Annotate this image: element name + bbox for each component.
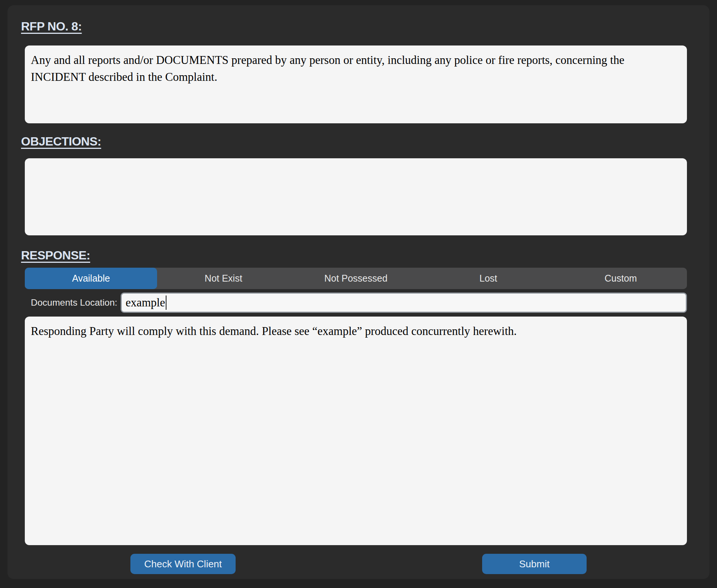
objections-textarea[interactable] bbox=[25, 158, 687, 235]
action-buttons-row: Check With Client Submit bbox=[25, 554, 687, 574]
response-textarea[interactable]: Responding Party will comply with this d… bbox=[25, 317, 687, 545]
documents-location-value: example bbox=[126, 296, 165, 309]
objections-heading: OBJECTIONS: bbox=[21, 135, 687, 149]
response-type-tabs: Available Not Exist Not Possessed Lost C… bbox=[25, 268, 687, 289]
documents-location-label: Documents Location: bbox=[25, 297, 121, 308]
response-heading: RESPONSE: bbox=[21, 249, 687, 262]
submit-button[interactable]: Submit bbox=[482, 554, 587, 574]
rfp-text-box: Any and all reports and/or DOCUMENTS pre… bbox=[25, 45, 687, 123]
tab-custom[interactable]: Custom bbox=[555, 268, 687, 289]
check-with-client-button[interactable]: Check With Client bbox=[130, 554, 236, 574]
tab-not-exist[interactable]: Not Exist bbox=[157, 268, 289, 289]
text-caret bbox=[166, 296, 166, 310]
rfp-response-panel: RFP NO. 8: Any and all reports and/or DO… bbox=[8, 5, 709, 579]
tab-not-possessed[interactable]: Not Possessed bbox=[290, 268, 422, 289]
documents-location-row: Documents Location: example bbox=[25, 292, 687, 313]
tab-available[interactable]: Available bbox=[25, 268, 157, 289]
documents-location-input[interactable]: example bbox=[121, 292, 687, 313]
rfp-heading: RFP NO. 8: bbox=[21, 5, 687, 33]
tab-lost[interactable]: Lost bbox=[422, 268, 554, 289]
